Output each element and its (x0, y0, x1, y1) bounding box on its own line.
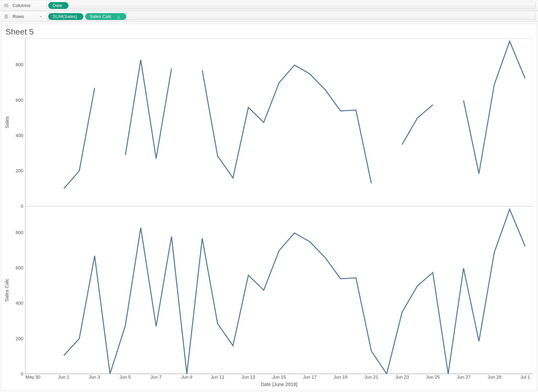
chart-line-segment[interactable] (64, 209, 525, 374)
columns-shelf-track[interactable]: Date (47, 2, 536, 9)
pill-sales-calc[interactable]: Sales Calc △ (85, 13, 126, 20)
x-tick-label: Jun 21 (365, 374, 378, 380)
pill-sum-sales[interactable]: SUM(Sales) (48, 13, 83, 20)
pill-date-label: Date (53, 3, 62, 8)
y-tick-label: 200 (16, 168, 23, 173)
chart-pane-sales-calc: Sales Calc 0200400600800 (4, 206, 533, 374)
viz-canvas: Sheet 5 Sales 0200400600800 Sales Calc 0… (1, 24, 537, 391)
chevron-down-icon[interactable]: ▾ (40, 15, 44, 18)
x-axis[interactable]: Date [June 2018] May 30Jun 1Jun 3Jun 5Ju… (4, 374, 533, 391)
sheet-title[interactable]: Sheet 5 (6, 27, 533, 36)
chart-line-segment[interactable] (125, 60, 171, 159)
rows-shelf-track[interactable]: SUM(Sales) Sales Calc △ (47, 13, 536, 20)
y-tick-label: 600 (16, 265, 23, 271)
delta-icon: △ (117, 14, 120, 19)
x-tick-label: Jun 23 (395, 374, 409, 380)
x-tick-label: Jun 29 (488, 374, 501, 380)
plot-sales-calc[interactable] (25, 206, 533, 374)
pill-date[interactable]: Date (48, 2, 68, 9)
y-axis-title-sales-calc[interactable]: Sales Calc (4, 206, 10, 374)
plot-sales[interactable] (25, 38, 533, 206)
rows-shelf-label: Rows ▾ (12, 14, 44, 19)
chart-line-segment[interactable] (202, 65, 371, 183)
x-tick-label: Jun 3 (89, 374, 100, 380)
y-tick-label: 400 (16, 133, 23, 138)
x-tick-label: Jun 9 (181, 374, 192, 380)
chart-line-segment[interactable] (402, 105, 433, 144)
rows-icon (3, 14, 10, 19)
y-tick-label: 600 (16, 98, 23, 103)
x-tick-label: Jun 1 (58, 374, 69, 380)
columns-shelf[interactable]: Columns Date (0, 0, 538, 11)
pill-sum-sales-label: SUM(Sales) (53, 14, 77, 19)
x-tick-label: May 30 (25, 374, 40, 380)
y-tick-label: 400 (16, 301, 23, 306)
x-tick-label: Jun 11 (211, 374, 224, 380)
x-tick-label: Jun 27 (457, 374, 471, 380)
x-tick-label: Jun 5 (120, 374, 131, 380)
y-axis-ticks-sales: 0200400600800 (10, 38, 25, 206)
x-axis-title: Date [June 2018] (25, 382, 533, 387)
pill-sales-calc-label: Sales Calc (90, 14, 111, 19)
chart-pane-sales: Sales 0200400600800 (4, 38, 533, 206)
rows-shelf[interactable]: Rows ▾ SUM(Sales) Sales Calc △ (0, 11, 538, 22)
y-tick-label: 800 (16, 230, 23, 235)
chart-line-segment[interactable] (64, 88, 95, 189)
x-tick-label: Jun 15 (272, 374, 286, 380)
chart-line-segment[interactable] (464, 41, 525, 173)
columns-shelf-label-text: Columns (12, 3, 30, 8)
x-tick-label: Jun 7 (151, 374, 162, 380)
x-tick-label: Jun 13 (242, 374, 255, 380)
y-axis-ticks-sales-calc: 0200400600800 (10, 206, 25, 374)
y-tick-label: 200 (16, 336, 23, 341)
columns-shelf-label: Columns (12, 3, 44, 8)
x-tick-label: Jun 25 (426, 374, 440, 380)
columns-icon (3, 3, 10, 8)
y-tick-label: 800 (16, 62, 23, 67)
x-tick-label: Jun 17 (303, 374, 317, 380)
y-axis-title-sales[interactable]: Sales (4, 38, 10, 206)
rows-shelf-label-text: Rows (12, 14, 24, 19)
x-tick-label: Jul 1 (520, 374, 530, 380)
x-axis-ticks: Date [June 2018] May 30Jun 1Jun 3Jun 5Ju… (25, 374, 533, 391)
y-tick-label: 0 (21, 371, 23, 377)
x-tick-label: Jun 19 (334, 374, 347, 380)
